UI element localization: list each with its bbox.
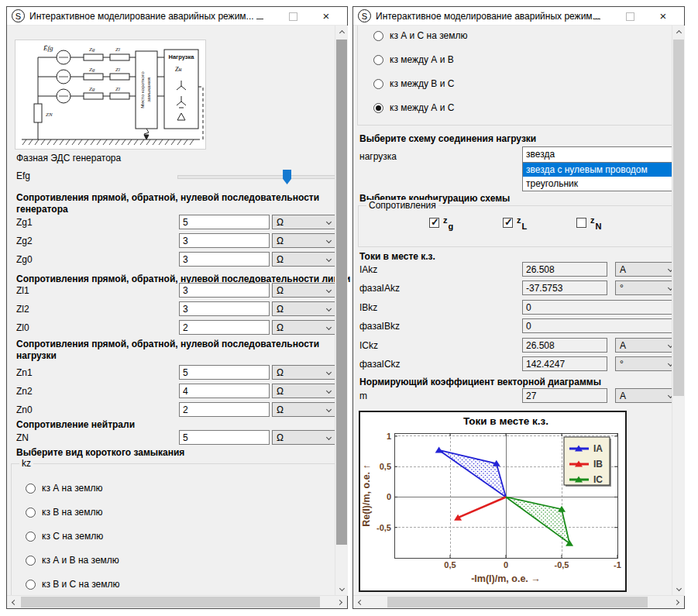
result-input[interactable] xyxy=(522,356,607,371)
efg-slider-thumb[interactable] xyxy=(283,170,291,184)
scroll-down-button[interactable] xyxy=(672,583,685,596)
scroll-right-button[interactable] xyxy=(335,596,347,608)
unit-combo[interactable]: Ω xyxy=(272,215,335,229)
radio-kz-b-ground[interactable]: кз В на землю xyxy=(26,507,103,518)
result-label: ICkz xyxy=(359,340,378,351)
horizontal-scrollbar[interactable] xyxy=(353,595,684,608)
scroll-right-button[interactable] xyxy=(672,596,684,608)
radio-kz-between-bc[interactable]: кз между В и С xyxy=(373,78,454,89)
efg-slider[interactable] xyxy=(177,175,336,179)
checkbox-label: z xyxy=(517,215,521,225)
param-input[interactable] xyxy=(179,233,270,248)
minimize-button[interactable] xyxy=(253,10,266,22)
radio-kz-a-ground[interactable]: кз А на землю xyxy=(26,483,103,494)
unit-combo[interactable]: A xyxy=(615,388,677,403)
result-input[interactable] xyxy=(522,262,607,277)
vector-diagram-chart: 0,50-0,5-110,50-0,5Токи в месте к.з.-Im(… xyxy=(359,411,627,592)
param-input[interactable] xyxy=(179,215,270,229)
maximize-button[interactable] xyxy=(287,10,299,22)
svg-text:Re(I)/m, o.e. ↑: Re(I)/m, o.e. ↑ xyxy=(361,464,372,527)
svg-text:0: 0 xyxy=(387,492,391,501)
section-header-load-scheme: Выберите схему соединения нагрузки xyxy=(359,133,676,145)
radio-kz-ac-ground[interactable]: кз А и С на землю xyxy=(373,30,468,41)
param-label: Zn1 xyxy=(16,367,33,378)
chevron-down-icon xyxy=(326,256,332,262)
radio-kz-ab-ground[interactable]: кз А и В на землю xyxy=(26,555,119,566)
radio-kz-bc-ground[interactable]: кз В и С на землю xyxy=(26,579,120,590)
unit-combo[interactable]: Ω xyxy=(272,283,335,298)
scroll-left-button[interactable] xyxy=(7,596,19,608)
checkbox-icon xyxy=(576,218,586,228)
checkbox-zl[interactable]: zL xyxy=(503,218,527,232)
load-dropdown[interactable]: звезда звезда с нулевым проводом треугол… xyxy=(522,146,677,191)
window-right: S Интерактивное моделирование аварийных … xyxy=(352,6,685,609)
scroll-down-button[interactable] xyxy=(335,583,348,596)
load-option-triangle[interactable]: треугольник xyxy=(523,177,676,191)
unit-combo[interactable]: A xyxy=(615,338,677,353)
param-input[interactable] xyxy=(179,365,270,380)
scrollbar-thumb[interactable] xyxy=(21,597,320,607)
unit-combo[interactable]: Ω xyxy=(272,252,335,267)
unit-combo[interactable]: Ω xyxy=(272,233,335,248)
checkbox-zn[interactable]: zN xyxy=(576,218,601,232)
result-input[interactable] xyxy=(522,300,677,315)
close-button[interactable]: × xyxy=(320,10,332,22)
param-input[interactable] xyxy=(179,283,270,298)
unit-combo[interactable]: Ω xyxy=(272,365,335,380)
param-input[interactable] xyxy=(179,384,270,398)
unit-combo[interactable]: Ω xyxy=(272,402,335,417)
radio-kz-between-ac[interactable]: кз между А и С xyxy=(373,102,454,113)
param-input[interactable] xyxy=(179,301,270,316)
vertical-scrollbar[interactable] xyxy=(672,26,685,596)
unit-combo[interactable]: Ω xyxy=(272,320,335,335)
unit-combo[interactable]: Ω xyxy=(272,301,335,316)
radio-kz-between-ab[interactable]: кз между А и В xyxy=(373,54,454,65)
circuit-diagram: Ėfg Zg Zl Zg Zl Zg Zl ZN Zн Нагрузка Мес… xyxy=(15,40,204,147)
unit-combo[interactable]: Ω xyxy=(272,430,335,445)
radio-kz-c-ground[interactable]: кз С на землю xyxy=(26,531,103,542)
param-input[interactable] xyxy=(179,320,270,335)
scroll-up-button[interactable] xyxy=(335,26,348,38)
vertical-scrollbar[interactable] xyxy=(335,26,348,596)
chevron-down-icon xyxy=(326,306,332,311)
param-input[interactable] xyxy=(179,252,270,267)
minimize-button[interactable] xyxy=(590,10,603,22)
param-input[interactable] xyxy=(179,430,270,445)
norm-input[interactable] xyxy=(522,388,607,403)
param-label: Zn2 xyxy=(16,386,33,397)
app-logo-icon: S xyxy=(12,9,25,22)
load-option-star-neutral[interactable]: звезда с нулевым проводом xyxy=(523,163,676,177)
load-option-star[interactable]: звезда xyxy=(523,147,676,163)
diagram-zg-label: Zg xyxy=(89,67,95,73)
horizontal-scrollbar[interactable] xyxy=(7,595,347,608)
unit-value: Ω xyxy=(277,217,284,228)
scroll-up-button[interactable] xyxy=(672,26,685,38)
radio-label: кз С на землю xyxy=(42,531,103,542)
svg-text:0: 0 xyxy=(504,560,508,570)
checkbox-sublabel: g xyxy=(449,222,454,231)
scroll-left-button[interactable] xyxy=(353,596,366,608)
checkbox-zg[interactable]: zg xyxy=(429,218,453,232)
scrollbar-thumb[interactable] xyxy=(387,597,648,607)
result-row: ICkz A xyxy=(353,338,684,353)
unit-combo[interactable]: A xyxy=(615,262,677,277)
close-button[interactable]: × xyxy=(657,10,669,22)
scrollbar-thumb[interactable] xyxy=(336,40,347,545)
result-input[interactable] xyxy=(522,280,607,295)
maximize-button[interactable] xyxy=(624,10,636,22)
result-input[interactable] xyxy=(522,338,607,353)
radio-icon xyxy=(373,103,383,113)
result-input[interactable] xyxy=(522,318,677,333)
scrollbar-thumb[interactable] xyxy=(673,40,684,396)
unit-combo[interactable]: ° xyxy=(615,356,677,371)
unit-combo[interactable]: ° xyxy=(615,280,677,295)
result-label: фазаICkz xyxy=(359,359,401,370)
result-row: IAkz A xyxy=(353,262,684,277)
unit-value: Ω xyxy=(277,285,284,296)
svg-text:-0,5: -0,5 xyxy=(555,560,569,570)
radio-icon xyxy=(26,532,36,542)
param-row: Zl1 Ω xyxy=(7,283,347,298)
unit-combo[interactable]: Ω xyxy=(272,384,335,398)
radio-label: кз В на землю xyxy=(42,507,103,518)
param-input[interactable] xyxy=(179,402,270,417)
